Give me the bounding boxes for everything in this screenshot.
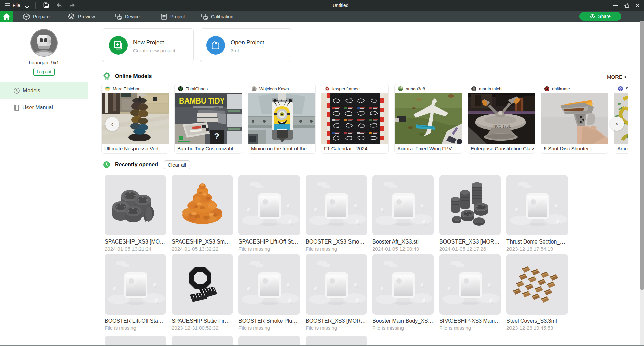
svg-text:NCC-1701: NCC-1701: [493, 124, 511, 128]
svg-text:BAMBU TIDY: BAMBU TIDY: [179, 96, 225, 106]
svg-text:?: ?: [214, 131, 219, 141]
